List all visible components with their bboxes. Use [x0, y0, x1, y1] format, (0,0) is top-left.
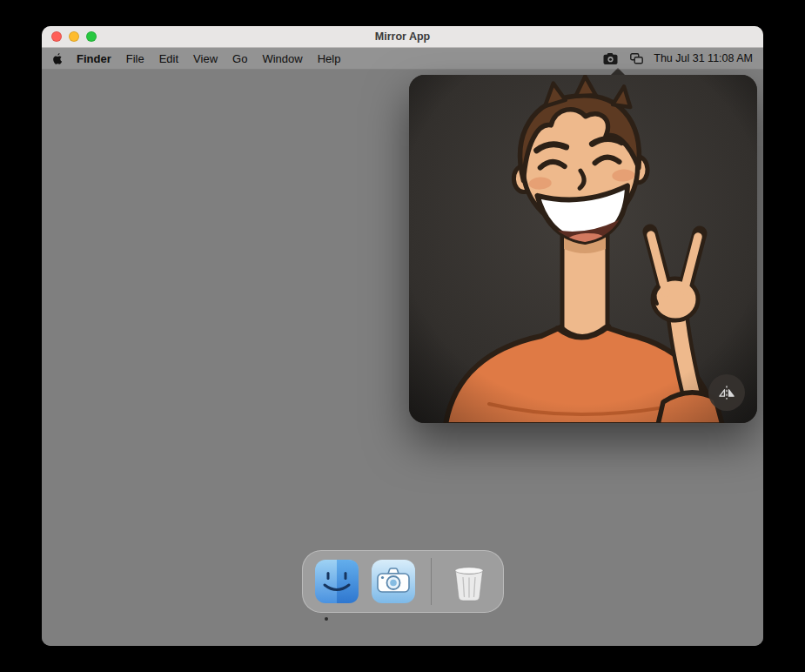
minimize-button[interactable] — [69, 31, 79, 42]
dock-divider — [431, 558, 432, 605]
menu-clock[interactable]: Thu Jul 31 11:08 AM — [654, 52, 753, 64]
apple-menu[interactable] — [52, 52, 64, 65]
dock-item-camera[interactable] — [371, 559, 416, 604]
flip-horizontal-icon — [717, 383, 736, 402]
mirror-app-window: Mirror App Finder File Edit View Go Wind… — [42, 26, 763, 646]
window-title: Mirror App — [42, 30, 763, 43]
trash-icon — [446, 559, 492, 604]
flip-camera-button[interactable] — [708, 374, 745, 411]
close-button[interactable] — [51, 31, 62, 42]
desktop[interactable] — [42, 70, 763, 646]
window-titlebar[interactable]: Mirror App — [42, 26, 763, 48]
zoom-button[interactable] — [86, 31, 97, 42]
menu-item-view[interactable]: View — [193, 52, 218, 65]
finder-icon — [314, 559, 359, 604]
dock-item-finder[interactable] — [314, 559, 359, 604]
menu-item-edit[interactable]: Edit — [159, 52, 178, 65]
camera-icon[interactable] — [603, 53, 618, 64]
camera-preview-popover — [409, 75, 757, 423]
dock-item-trash[interactable] — [446, 559, 492, 604]
camera-preview-frame — [409, 75, 757, 423]
menu-item-go[interactable]: Go — [232, 52, 247, 65]
finder-running-indicator — [325, 617, 328, 621]
menu-item-finder[interactable]: Finder — [77, 52, 111, 65]
camera-app-icon — [371, 559, 416, 604]
menu-bar: Finder File Edit View Go Window Help Thu… — [42, 48, 763, 70]
apple-logo-icon — [52, 52, 64, 65]
screen-mirroring-icon[interactable] — [630, 53, 643, 64]
camera-preview-illustration — [409, 75, 757, 423]
menu-item-window[interactable]: Window — [262, 52, 302, 65]
traffic-lights — [42, 31, 97, 42]
menu-item-help[interactable]: Help — [318, 52, 341, 65]
menu-item-file[interactable]: File — [126, 52, 144, 65]
dock — [302, 550, 504, 613]
